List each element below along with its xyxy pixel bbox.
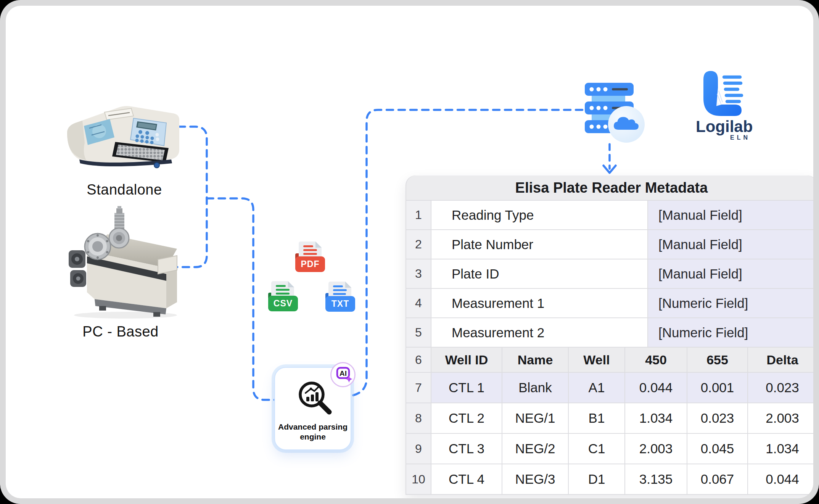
well-cell: D1: [569, 464, 624, 494]
table-row: 1 Reading Type [Manual Field]: [406, 201, 817, 229]
row-number: 8: [406, 403, 431, 433]
logilab-logo: Logilab ELN: [692, 66, 776, 144]
well-cell: Blank: [502, 373, 568, 403]
row-number: 7: [406, 373, 431, 403]
pdf-badge: PDF: [295, 256, 325, 272]
well-cell: NEG/3: [502, 464, 568, 494]
ai-badge-text: AI: [340, 369, 347, 377]
field-value: [Numeric Field]: [648, 318, 817, 347]
field-value: [Numeric Field]: [648, 289, 817, 317]
well-cell: 2.003: [748, 403, 817, 433]
logo-sub: ELN: [730, 134, 750, 141]
well-cell: 1.034: [625, 403, 687, 433]
well-cell: CTL 2: [431, 403, 502, 433]
well-cell: 0.023: [748, 373, 817, 403]
col-header: Well: [569, 348, 624, 372]
pdf-file-icon: PDF: [295, 242, 326, 273]
txt-page-fold: [345, 282, 351, 288]
row-number: 6: [406, 348, 431, 372]
content-card: Standalone: [2, 2, 817, 502]
well-cell: 0.023: [687, 403, 747, 433]
well-cell: 0.045: [687, 434, 747, 464]
txt-file-icon: TXT: [325, 282, 356, 313]
server-cloud-icon: [581, 80, 652, 145]
table-row: 4 Measurement 1 [Numeric Field]: [406, 289, 817, 317]
standalone-plate-reader-image: [59, 96, 186, 177]
col-header: Delta: [748, 348, 817, 372]
well-cell: 0.067: [687, 464, 747, 494]
table-row: 2 Plate Number [Manual Field]: [406, 230, 817, 259]
row-number: 4: [406, 289, 431, 317]
well-cell: CTL 4: [431, 464, 502, 494]
elisa-metadata-table: Elisa Plate Reader Metadata 1 Reading Ty…: [405, 176, 817, 495]
well-cell: NEG/1: [502, 403, 568, 433]
well-table-row: 10 CTL 4 NEG/3 D1 3.135 0.067 0.044: [406, 464, 817, 494]
well-cell: 0.044: [625, 373, 687, 403]
row-number: 3: [406, 259, 431, 288]
well-cell: 2.003: [625, 434, 687, 464]
row-number: 9: [406, 434, 431, 464]
well-cell: 0.044: [748, 464, 817, 494]
row-number: 1: [406, 201, 431, 229]
parsing-engine-label: Advanced parsing engine: [278, 422, 348, 442]
infographic-stage: Standalone: [0, 0, 819, 504]
pdf-page-fold: [315, 242, 322, 248]
table-row: 5 Measurement 2 [Numeric Field]: [406, 318, 817, 347]
field-label: Plate ID: [431, 259, 647, 288]
well-table-row: 8 CTL 2 NEG/1 B1 1.034 0.023 2.003: [406, 403, 817, 433]
row-number: 5: [406, 318, 431, 347]
col-header: Name: [502, 348, 568, 372]
pc-based-label: PC - Based: [60, 324, 182, 340]
well-cell: NEG/2: [502, 434, 568, 464]
field-label: Measurement 2: [431, 318, 647, 347]
csv-badge: CSV: [268, 296, 298, 311]
field-value: [Manual Field]: [648, 259, 817, 288]
row-number: 2: [406, 230, 431, 259]
field-value: [Manual Field]: [648, 230, 817, 259]
standalone-label: Standalone: [63, 182, 185, 198]
txt-badge: TXT: [325, 296, 355, 312]
field-label: Reading Type: [431, 201, 647, 229]
well-cell: 1.034: [748, 434, 817, 464]
col-header: Well ID: [431, 348, 502, 372]
well-cell: 3.135: [625, 464, 687, 494]
csv-file-icon: CSV: [268, 281, 299, 312]
well-cell: CTL 1: [431, 373, 502, 403]
col-header: 450: [625, 348, 687, 372]
well-cell: A1: [569, 373, 624, 403]
well-cell: CTL 3: [431, 434, 502, 464]
well-table-row: 9 CTL 3 NEG/2 C1 2.003 0.045 1.034: [406, 434, 817, 464]
field-label: Measurement 1: [431, 289, 647, 317]
row-number: 10: [406, 464, 431, 494]
pc-based-instrument-image: [63, 206, 179, 319]
well-cell: 0.001: [687, 373, 747, 403]
well-cell: B1: [569, 403, 624, 433]
table-title: Elisa Plate Reader Metadata: [406, 176, 817, 200]
well-table-header: 6 Well ID Name Well 450 655 Delta: [406, 348, 817, 372]
ai-badge-icon: AI: [330, 361, 356, 388]
well-cell: C1: [569, 434, 624, 464]
csv-page-fold: [288, 281, 294, 287]
well-table-row: 7 CTL 1 Blank A1 0.044 0.001 0.023: [406, 373, 817, 403]
table-row: 3 Plate ID [Manual Field]: [406, 259, 817, 288]
field-value: [Manual Field]: [648, 201, 817, 229]
logo-wordmark: Logilab: [696, 118, 753, 135]
col-header: 655: [687, 348, 747, 372]
field-label: Plate Number: [431, 230, 647, 259]
